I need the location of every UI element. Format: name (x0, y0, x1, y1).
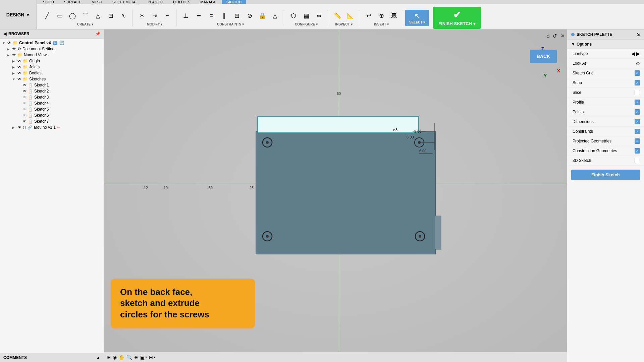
sketch2-eye[interactable]: 👁 (23, 89, 27, 94)
insert-icon3[interactable]: 🖼 (388, 10, 400, 22)
select-button[interactable]: ↖ SELECT ▾ (405, 10, 429, 26)
linetype-arrow-right[interactable]: ▶ (636, 51, 640, 56)
arduino-edit-icon[interactable]: ✏ (57, 125, 60, 130)
offset-tool[interactable]: ⊟ (105, 10, 117, 22)
modify-label[interactable]: MODIFY ▾ (147, 22, 162, 26)
tree-sketch1[interactable]: 👁 📋 Sketch1 (0, 82, 104, 88)
extend-tool[interactable]: ⇥ (149, 10, 161, 22)
bodies-eye[interactable]: 👁 (17, 71, 21, 75)
sketch5-eye[interactable]: 👁 (23, 107, 27, 112)
pan-tool-bottom[interactable]: ✋ (119, 355, 124, 360)
back-cube-button[interactable]: BACK (530, 50, 557, 63)
rectangle-tool[interactable]: ▭ (54, 10, 66, 22)
profile-checkbox[interactable]: ✓ (635, 100, 640, 105)
constraints-label[interactable]: CONSTRAINTS ▾ (217, 22, 244, 26)
equal-tool[interactable]: = (205, 10, 217, 22)
look-at-icon[interactable]: ⊙ (636, 61, 640, 66)
coincident-tool[interactable]: ⊥ (180, 10, 192, 22)
arc-tool[interactable]: ⌒ (79, 10, 91, 22)
browser-pin-icon[interactable]: 📌 (95, 32, 100, 36)
insert-icon1[interactable]: ↩ (363, 10, 375, 22)
tree-sketch3[interactable]: 👁 📋 Sketch3 (0, 94, 104, 100)
arduino-eye[interactable]: 👁 (17, 125, 21, 130)
browser-collapse-icon[interactable]: ◀ (3, 32, 6, 36)
grid-display[interactable]: ⊟ ▾ (149, 355, 155, 360)
polygon-tool[interactable]: △ (92, 10, 104, 22)
tab-sheet-metal[interactable]: SHEET METAL (108, 0, 142, 4)
perpendicular-tool[interactable]: ⊞ (231, 10, 243, 22)
tangent-tool[interactable]: ⊘ (244, 10, 256, 22)
tree-origin[interactable]: ▶ 👁 📁 Origin (0, 58, 104, 64)
palette-expand-icon[interactable]: ⇲ (637, 32, 640, 37)
spline-tool[interactable]: ∿ (117, 10, 129, 22)
sketch-grid-checkbox[interactable]: ✓ (635, 70, 640, 76)
display-mode[interactable]: ▣ ▾ (140, 355, 147, 360)
tree-named-views[interactable]: ▶ 👁 📁 Named Views (0, 52, 104, 58)
construction-geo-checkbox[interactable]: ✓ (635, 148, 640, 154)
sketches-eye[interactable]: 👁 (17, 77, 21, 81)
tree-sketches[interactable]: ▼ 👁 📁 Sketches (0, 76, 104, 82)
home-icon[interactable]: ⌂ (546, 33, 550, 39)
tab-plastic[interactable]: PLASTIC (143, 0, 168, 4)
finish-sketch-button[interactable]: ✔ FINISH SKETCH ▾ (433, 7, 481, 29)
3d-sketch-checkbox[interactable] (635, 158, 640, 163)
joints-eye[interactable]: 👁 (17, 65, 21, 69)
grid-toggle[interactable]: ⊞ (107, 355, 111, 360)
tab-utilities[interactable]: UTILITIES (168, 0, 195, 4)
fix-tool[interactable]: 🔒 (256, 10, 268, 22)
sketch7-eye[interactable]: 👁 (23, 119, 27, 124)
tree-sketch2[interactable]: 👁 📋 Sketch2 (0, 88, 104, 94)
midpoint-tool[interactable]: △ (269, 10, 281, 22)
tab-surface[interactable]: SURFACE (59, 0, 86, 4)
snap-checkbox[interactable]: ✓ (635, 80, 640, 85)
finish-sketch-bottom-button[interactable]: Finish Sketch (571, 170, 640, 180)
trim-tool[interactable]: ✂ (136, 10, 148, 22)
fillet-tool[interactable]: ⌐ (161, 10, 173, 22)
inspect-icon2[interactable]: 📐 (344, 10, 356, 22)
horizontal-tool[interactable]: ━ (193, 10, 205, 22)
configure-icon3[interactable]: ⇔ (313, 10, 325, 22)
sketch3-eye[interactable]: 👁 (23, 95, 27, 100)
circle-tool[interactable]: ◯ (66, 10, 78, 22)
tab-mesh[interactable]: MESH (87, 0, 107, 4)
comments-expand-icon[interactable]: ▲ (96, 355, 100, 360)
zoom-in-bottom[interactable]: ⊕ (134, 355, 138, 360)
create-label[interactable]: CREATE ▾ (77, 22, 93, 26)
inspect-label[interactable]: INSPECT ▾ (335, 22, 352, 26)
sketch6-eye[interactable]: 👁 (23, 113, 27, 118)
zoom-tool-bottom[interactable]: 🔍 (126, 355, 132, 360)
slice-checkbox[interactable] (635, 90, 640, 95)
root-icon-eye[interactable]: 👁 (7, 41, 11, 45)
canvas-area[interactable]: 50 -25 -50 -25 -75 -10 -12 (104, 29, 567, 362)
sketch4-eye[interactable]: 👁 (23, 101, 27, 106)
design-button[interactable]: DESIGN ▼ (0, 0, 37, 29)
projected-geo-checkbox[interactable]: ✓ (635, 138, 640, 144)
insert-icon2[interactable]: ⊕ (375, 10, 387, 22)
tree-document-settings[interactable]: ▶ 👁 ⚙ Document Settings (0, 46, 104, 52)
line-tool[interactable]: ╱ (41, 10, 53, 22)
parallel-tool[interactable]: ∥ (218, 10, 230, 22)
tree-sketch7[interactable]: 👁 📋 Sketch7 (0, 118, 104, 124)
sketch1-eye[interactable]: 👁 (23, 83, 27, 87)
tree-sketch6[interactable]: 👁 📋 Sketch6 (0, 112, 104, 118)
linetype-arrow-left[interactable]: ◀ (631, 51, 635, 56)
orbit-icon[interactable]: ↺ (552, 33, 557, 39)
tree-sketch4[interactable]: 👁 📋 Sketch4 (0, 100, 104, 106)
nav-expand-icon[interactable]: ⇲ (561, 33, 564, 38)
tab-sketch[interactable]: SKETCH (222, 0, 246, 4)
tree-arduino[interactable]: ▶ 👁 ⬡ 🔗 arduino v1:1 ✏ (0, 124, 104, 130)
origin-eye[interactable]: 👁 (17, 59, 21, 63)
tab-solid[interactable]: SOLID (38, 0, 59, 4)
inspect-icon1[interactable]: 📏 (331, 10, 343, 22)
tree-bodies[interactable]: ▶ 👁 📁 Bodies (0, 70, 104, 76)
insert-label[interactable]: INSERT ▾ (374, 22, 389, 26)
points-checkbox[interactable]: ✓ (635, 109, 640, 115)
named-views-eye[interactable]: 👁 (12, 53, 16, 57)
render-toggle[interactable]: ◉ (113, 355, 117, 360)
configure-icon1[interactable]: ⬡ (287, 10, 300, 22)
constraints-checkbox[interactable]: ✓ (635, 129, 640, 134)
tree-joints[interactable]: ▶ 👁 📁 Joints (0, 64, 104, 70)
palette-options-header[interactable]: ▼ Options (567, 40, 644, 49)
dimensions-checkbox[interactable]: ✓ (635, 119, 640, 124)
configure-label[interactable]: CONFIGURE ▾ (295, 22, 318, 26)
